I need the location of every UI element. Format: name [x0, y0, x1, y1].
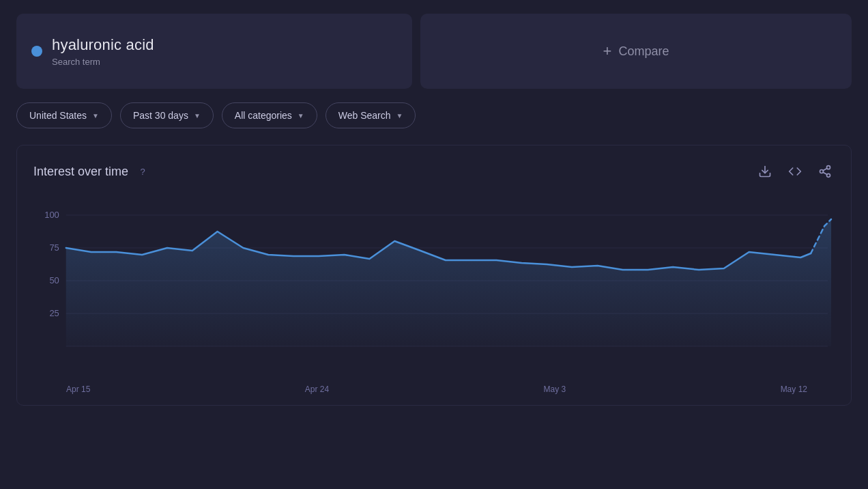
time-filter[interactable]: Past 30 days ▼ — [120, 102, 214, 128]
x-label-may3: May 3 — [544, 385, 566, 394]
search-term-card: hyaluronic acid Search term — [16, 14, 412, 89]
location-filter-arrow: ▼ — [92, 112, 99, 120]
search-type-filter-label: Web Search — [338, 110, 391, 121]
x-axis-labels: Apr 15 Apr 24 May 3 May 12 — [33, 379, 835, 394]
chart-actions — [755, 162, 835, 181]
chart-section: Interest over time ? — [16, 145, 852, 406]
help-icon[interactable]: ? — [135, 164, 150, 179]
categories-filter-label: All categories — [235, 110, 292, 121]
search-term-dot — [31, 46, 42, 57]
search-term-title: hyaluronic acid — [52, 36, 154, 54]
categories-filter[interactable]: All categories ▼ — [222, 102, 317, 128]
location-filter[interactable]: United States ▼ — [16, 102, 112, 128]
x-label-apr24: Apr 24 — [305, 385, 329, 394]
time-filter-arrow: ▼ — [194, 112, 201, 120]
chart-area: 100 75 50 25 — [33, 201, 835, 379]
svg-line-5 — [823, 168, 827, 170]
download-button[interactable] — [755, 162, 775, 181]
chart-header: Interest over time ? — [33, 162, 835, 181]
chart-title-group: Interest over time ? — [33, 164, 150, 179]
compare-plus-icon: + — [603, 42, 612, 60]
filters-row: United States ▼ Past 30 days ▼ All categ… — [16, 102, 852, 128]
categories-filter-arrow: ▼ — [298, 112, 304, 120]
svg-text:25: 25 — [49, 308, 59, 318]
x-label-apr15: Apr 15 — [66, 385, 90, 394]
page-wrapper: hyaluronic acid Search term + Compare Un… — [0, 0, 868, 489]
search-type-filter-arrow: ▼ — [396, 112, 403, 120]
svg-line-4 — [823, 172, 827, 174]
search-cards: hyaluronic acid Search term + Compare — [16, 14, 852, 89]
compare-label: Compare — [618, 44, 669, 59]
time-filter-label: Past 30 days — [133, 110, 188, 121]
search-card-text: hyaluronic acid Search term — [52, 36, 154, 67]
svg-text:100: 100 — [44, 210, 59, 220]
search-term-label: Search term — [52, 57, 154, 67]
search-type-filter[interactable]: Web Search ▼ — [326, 102, 416, 128]
svg-text:75: 75 — [49, 242, 59, 253]
x-label-may12: May 12 — [781, 385, 807, 394]
trend-chart: 100 75 50 25 — [33, 201, 835, 379]
compare-card[interactable]: + Compare — [420, 14, 852, 89]
chart-title: Interest over time — [33, 165, 128, 179]
trend-area-fill — [66, 219, 831, 346]
embed-button[interactable] — [785, 162, 805, 181]
location-filter-label: United States — [29, 110, 87, 121]
svg-text:50: 50 — [49, 275, 59, 285]
share-button[interactable] — [815, 162, 835, 181]
